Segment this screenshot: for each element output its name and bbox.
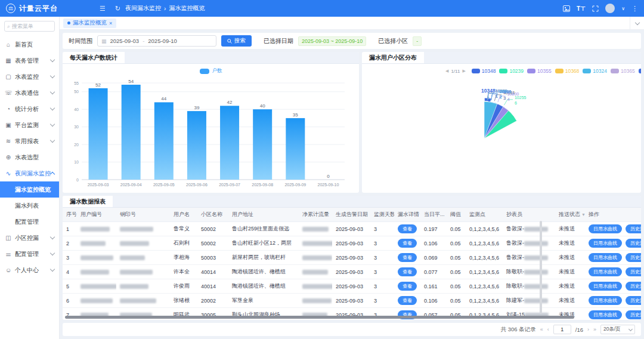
sidebar-item-2[interactable]: ▢水表监控 [0,69,59,85]
action-button-1[interactable]: 历史漏损 [626,224,641,233]
cell-name: 李相海 [170,251,197,265]
sidebar-item-8[interactable]: ∿夜间漏水监控 [0,165,59,181]
hamburger-icon[interactable]: ☰ [100,5,106,13]
refresh-icon[interactable]: ↻ [115,5,120,13]
pie-legend-item-10348[interactable]: 10348 [472,68,496,74]
column-label: 漏水详情 [398,211,419,217]
view-details-button[interactable]: 查看 [398,253,417,262]
horizontal-scrollbar[interactable] [65,316,574,319]
cell-days: 3 [370,279,394,294]
sidebar-item-5[interactable]: ▣平台监测 [0,117,59,133]
action-button-0[interactable]: 日用水曲线 [589,239,622,248]
vertical-scrollbar[interactable] [540,221,542,314]
view-details-button[interactable]: 查看 [398,282,417,291]
action-button-0[interactable]: 日用水曲线 [589,282,622,291]
sidebar-item-3[interactable]: ☏水表通信 [0,85,59,101]
image-icon[interactable] [563,5,570,12]
action-button-0[interactable]: 日用水曲线 [589,253,622,262]
sidebar-item-13[interactable]: ⚌配置管理 [0,246,59,262]
user-chevron-down-icon[interactable]: ∨ [621,6,625,11]
cell-avg: 0.069 [420,251,447,265]
pie-legend-item-10365[interactable]: 10365 [611,68,635,74]
sidebar-item-11[interactable]: 配置管理 [0,214,59,230]
svg-text:39: 39 [194,105,199,110]
action-button-0[interactable]: 日用水曲线 [589,267,622,276]
page-input[interactable] [553,325,571,334]
legend-next-icon[interactable]: ▶ [462,69,465,73]
sidebar-item-7[interactable]: ⊕水表选型 [0,149,59,165]
view-details-button[interactable]: 查看 [398,296,417,305]
sidebar-item-10[interactable]: 漏水列表 [0,198,59,214]
bar-2025-09-03[interactable] [89,88,108,180]
page-size-select[interactable]: 20条/页 [600,325,635,334]
next-page-button[interactable]: › [587,326,589,332]
pie-legend-item-10368[interactable]: 10368 [555,68,580,74]
legend-swatch [611,69,619,73]
action-button-1[interactable]: 历史漏损 [626,253,641,262]
sidebar-item-9[interactable]: 漏水监控概览 [0,181,59,198]
pie-legend-item-103[interactable]: 103 [639,68,641,74]
sidebar-item-label: 水表通信 [15,89,39,97]
action-button-1[interactable]: 历史漏损 [626,296,641,305]
pie-legend-item-10239[interactable]: 10239 [499,68,524,74]
chevron-down-icon [50,251,55,255]
bar-2025-09-04[interactable] [122,85,141,180]
action-button-0[interactable]: 日用水曲线 [589,296,622,305]
action-button-1[interactable]: 历史漏损 [626,282,641,291]
chevron-down-icon [50,122,55,127]
tab-close-icon[interactable]: × [109,20,112,26]
cell-actions: 日用水曲线历史漏损单表分析 [585,308,641,320]
cell-push: 未推送 [555,265,585,279]
svg-text:2: 2 [500,95,502,99]
fullscreen-icon[interactable] [592,5,599,12]
action-button-0[interactable]: 日用水曲线 [589,310,622,319]
config-icon: ⚌ [5,251,12,257]
bar-2025-09-05[interactable] [154,102,174,180]
bar-2025-09-09[interactable] [286,118,305,180]
bar-2025-09-06[interactable] [187,111,206,180]
sidebar-item-14[interactable]: ☺个人中心 [0,262,59,278]
tab-leak-overview[interactable]: 漏水监控概览 × [63,19,116,28]
redacted-value [302,241,332,246]
text-size-icon[interactable]: T⊤ [577,5,586,12]
last-page-button[interactable]: » [593,326,596,332]
bar-chart-legend[interactable]: 户数 [63,66,359,76]
tab-overflow-button[interactable] [630,17,644,30]
column-header-10: 当日平... [420,208,447,222]
tab-active-dot [67,21,70,24]
action-button-0[interactable]: 日用水曲线 [589,224,622,233]
bar-2025-09-08[interactable] [253,109,272,180]
action-button-1[interactable]: 历史漏损 [626,310,641,319]
view-details-button[interactable]: 查看 [398,267,417,276]
sidebar-item-4[interactable]: ◔统计分析 [0,101,59,117]
action-button-1[interactable]: 历史漏损 [626,239,641,248]
cell-community: 50003 [197,251,228,265]
column-label: 监测天数 [374,211,394,217]
date-range-input[interactable]: ▦ 2025-09-03 - 2025-09-10 [97,35,216,47]
sidebar-item-6[interactable]: ≋常用报表 [0,133,59,149]
pie-legend-item-10355[interactable]: 10355 [527,68,552,74]
svg-text:2025-09-06: 2025-09-06 [186,183,208,187]
breadcrumb-parent[interactable]: 夜间漏水监控 [125,4,161,13]
more-menu-icon[interactable]: ⋮ [631,5,638,13]
selected-date-label: 已选择日期 [264,37,293,45]
user-center-icon: ☺ [5,267,12,273]
legend-prev-icon[interactable]: ◀ [445,69,448,73]
avatar[interactable] [605,4,615,13]
filter-icon[interactable]: ▼ [581,212,585,217]
sidebar-item-1[interactable]: ▦表务管理 [0,53,59,69]
search-button[interactable]: 搜索 [221,35,252,47]
pie-legend-item-10324[interactable]: 10324 [583,68,607,74]
bar-2025-09-07[interactable] [220,106,239,180]
first-page-button[interactable]: « [540,326,543,332]
view-details-button[interactable]: 查看 [398,239,417,248]
action-button-1[interactable]: 历史漏损 [626,267,641,276]
cell-avg: 0.161 [420,279,447,294]
view-details-button[interactable]: 查看 [398,224,417,233]
svg-text:30: 30 [74,125,79,129]
cell-name: 许本全 [170,265,197,279]
prev-page-button[interactable]: ‹ [547,326,549,332]
sidebar-search[interactable]: ⌕ 搜索菜单 [4,21,55,32]
sidebar-item-0[interactable]: ⌂新首页 [0,36,59,53]
sidebar-item-12[interactable]: ◫小区控漏 [0,230,59,246]
